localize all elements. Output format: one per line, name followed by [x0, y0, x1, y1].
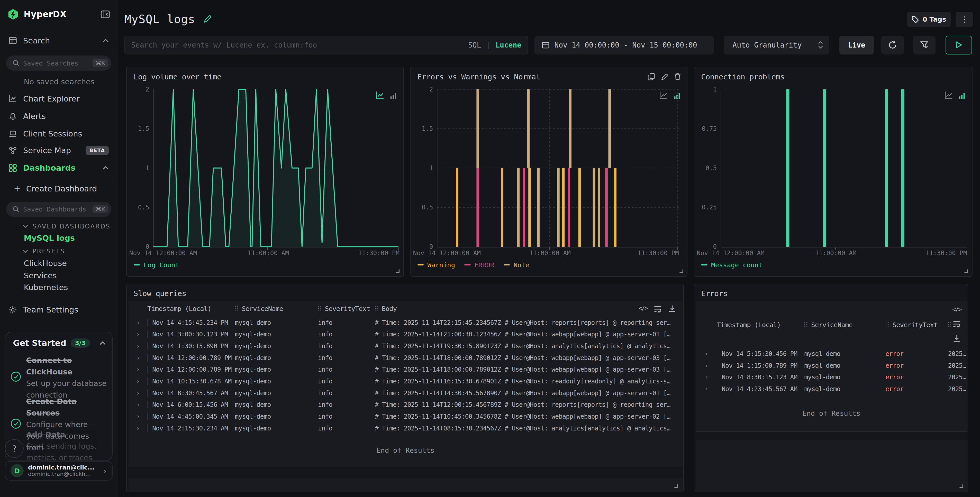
- refresh-button[interactable]: [881, 36, 904, 54]
- sidebar-item-clickhouse[interactable]: ClickHouse: [24, 259, 67, 268]
- get-started-item[interactable]: Connect to ClickHouseSet up your databas…: [11, 354, 107, 400]
- table-row[interactable]: ›Nov 14 10:15:30.678 AMmysql-demoinfo# T…: [129, 375, 682, 387]
- wrap-lines-icon[interactable]: [953, 320, 961, 328]
- drag-handle-icon[interactable]: [948, 321, 952, 327]
- sidebar-item-service-map[interactable]: Service Map BETA: [0, 144, 118, 157]
- table-row[interactable]: ›Nov 14 5:15:30.456 PMmysql-demoerror202…: [696, 348, 967, 360]
- saved-searches-input[interactable]: [23, 59, 89, 67]
- legend-item[interactable]: Message count: [701, 261, 762, 269]
- saved-searches-search[interactable]: ⌘K: [6, 56, 111, 70]
- expand-row-icon[interactable]: ›: [129, 401, 147, 408]
- tags-button[interactable]: 0 Tags: [907, 12, 951, 27]
- get-started-item[interactable]: Add DataStart sending logs, metrics, or …: [11, 428, 107, 460]
- more-menu-button[interactable]: ⋮: [956, 12, 973, 27]
- legend-item[interactable]: Warning: [417, 261, 455, 269]
- expand-row-icon[interactable]: ›: [696, 362, 717, 369]
- table-row[interactable]: ›Nov 14 4:23:45.567 AMmysql-demoerror202…: [696, 383, 967, 395]
- saved-dashboards-input[interactable]: [23, 205, 89, 213]
- chevron-up-icon[interactable]: [100, 341, 106, 345]
- drag-handle-icon[interactable]: [375, 305, 379, 311]
- drag-handle-icon[interactable]: [804, 321, 808, 327]
- event-search-input[interactable]: [131, 41, 463, 49]
- legend-item[interactable]: Note: [504, 261, 529, 269]
- drag-handle-icon[interactable]: [235, 305, 239, 311]
- sidebar-item-kubernetes[interactable]: Kubernetes: [24, 283, 68, 292]
- expand-row-icon[interactable]: ›: [129, 389, 147, 397]
- resize-handle[interactable]: [674, 484, 678, 488]
- expand-row-icon[interactable]: ›: [129, 319, 147, 326]
- expand-row-icon[interactable]: ›: [129, 354, 147, 362]
- expand-row-icon[interactable]: ›: [129, 330, 147, 338]
- expand-row-icon[interactable]: ›: [129, 413, 147, 420]
- mode-lucene-button[interactable]: Lucene: [495, 41, 521, 49]
- legend-item[interactable]: Log Count: [134, 261, 179, 269]
- expand-row-icon[interactable]: ›: [129, 424, 147, 432]
- table-row[interactable]: ›Nov 14 3:00:30.123 PMmysql-demoinfo# Ti…: [129, 329, 682, 340]
- mode-sql-button[interactable]: SQL: [468, 41, 481, 49]
- table-row[interactable]: ›Nov 14 4:45:00.345 AMmysql-demoinfo# Ti…: [129, 411, 682, 422]
- sidebar-item-team-settings[interactable]: Team Settings: [0, 304, 118, 316]
- saved-dashboards-search[interactable]: ⌘K: [6, 202, 111, 217]
- column-header-hidden[interactable]: [948, 321, 952, 329]
- resize-handle[interactable]: [959, 484, 963, 488]
- sidebar-item-services[interactable]: Services: [24, 271, 57, 280]
- date-range-picker[interactable]: Nov 14 00:00:00 - Nov 15 00:00:00: [535, 36, 714, 54]
- chevron-up-icon[interactable]: [103, 38, 109, 43]
- column-header-severitytext[interactable]: SeverityText: [886, 321, 948, 329]
- user-menu[interactable]: D dominic.tran@clic... dominic.tran@clic…: [5, 461, 112, 480]
- sidebar-item-alerts[interactable]: Alerts: [0, 110, 118, 122]
- table-row[interactable]: ›Nov 14 12:00:00.789 PMmysql-demoinfo# T…: [129, 364, 682, 375]
- edit-chart-icon[interactable]: [661, 73, 668, 81]
- table-row[interactable]: ›Nov 14 12:00:00.789 PMmysql-demoinfo# T…: [129, 352, 682, 364]
- sql-view-icon[interactable]: </>: [952, 306, 961, 313]
- column-header-servicename[interactable]: ServiceName: [804, 321, 885, 329]
- duplicate-icon[interactable]: [648, 73, 655, 81]
- table-row[interactable]: ›Nov 14 6:00:15.456 AMmysql-demoinfo# Ti…: [129, 399, 682, 411]
- sidebar-item-mysql-logs[interactable]: MySQL logs: [24, 233, 75, 243]
- table-row[interactable]: ›Nov 14 1:15:00.789 PMmysql-demoerror202…: [696, 359, 967, 372]
- drag-handle-icon[interactable]: [318, 305, 322, 311]
- drag-handle-icon[interactable]: [886, 321, 889, 327]
- run-query-button[interactable]: [945, 36, 972, 54]
- resize-handle[interactable]: [395, 269, 399, 273]
- column-header-timestamp[interactable]: Timestamp (Local): [147, 305, 235, 313]
- table-row[interactable]: ›Nov 14 2:15:30.234 AMmysql-demoinfo# Ti…: [129, 422, 682, 434]
- column-header-body[interactable]: Body: [375, 305, 682, 313]
- get-started-header[interactable]: Get Started 3/3: [13, 338, 106, 348]
- event-search-box[interactable]: SQL | Lucene: [124, 36, 528, 54]
- expand-row-icon[interactable]: ›: [696, 373, 717, 381]
- edit-title-icon[interactable]: [203, 14, 212, 23]
- table-row[interactable]: ›Nov 14 8:30:15.123 AMmysql-demoerror202…: [696, 372, 967, 383]
- table-row[interactable]: ›Nov 14 4:15:45.234 PMmysql-demoinfo# Ti…: [129, 317, 682, 329]
- download-icon[interactable]: [668, 305, 676, 313]
- table-row[interactable]: ›Nov 14 8:30:45.567 AMmysql-demoinfo# Ti…: [129, 387, 682, 399]
- sidebar-item-chart-explorer[interactable]: Chart Explorer: [0, 92, 118, 105]
- expand-row-icon[interactable]: ›: [696, 385, 717, 393]
- collapse-sidebar-icon[interactable]: [100, 10, 110, 19]
- expand-row-icon[interactable]: ›: [129, 342, 147, 350]
- wrap-lines-icon[interactable]: [654, 305, 662, 313]
- sidebar-item-client-sessions[interactable]: Client Sessions: [0, 127, 118, 140]
- filter-button[interactable]: [913, 36, 936, 54]
- table-row[interactable]: ›Nov 14 1:30:15.890 PMmysql-demoinfo# Ti…: [129, 340, 682, 352]
- column-header-severitytext[interactable]: SeverityText: [318, 305, 375, 313]
- delete-chart-icon[interactable]: [674, 73, 681, 81]
- legend-item[interactable]: ERROR: [464, 261, 494, 269]
- section-presets[interactable]: PRESETS: [22, 248, 65, 255]
- column-header-timestamp[interactable]: Timestamp (Local): [717, 321, 804, 329]
- sidebar-item-search[interactable]: Search: [0, 35, 118, 47]
- live-button[interactable]: Live: [839, 36, 874, 54]
- sidebar-item-dashboards[interactable]: Dashboards: [0, 162, 118, 175]
- section-saved-dashboards[interactable]: SAVED DASHBOARDS: [22, 222, 111, 230]
- column-header-servicename[interactable]: ServiceName: [235, 305, 318, 313]
- resize-handle[interactable]: [679, 269, 683, 273]
- create-dashboard-button[interactable]: + Create Dashboard: [0, 183, 118, 195]
- expand-row-icon[interactable]: ›: [129, 378, 147, 385]
- sql-view-icon[interactable]: </>: [639, 305, 648, 313]
- download-icon[interactable]: [953, 335, 961, 343]
- granularity-select[interactable]: Auto Granularity: [724, 36, 829, 54]
- expand-row-icon[interactable]: ›: [696, 350, 717, 357]
- chevron-up-icon[interactable]: [103, 166, 109, 170]
- resize-handle[interactable]: [964, 269, 968, 273]
- help-button[interactable]: ?: [5, 439, 24, 458]
